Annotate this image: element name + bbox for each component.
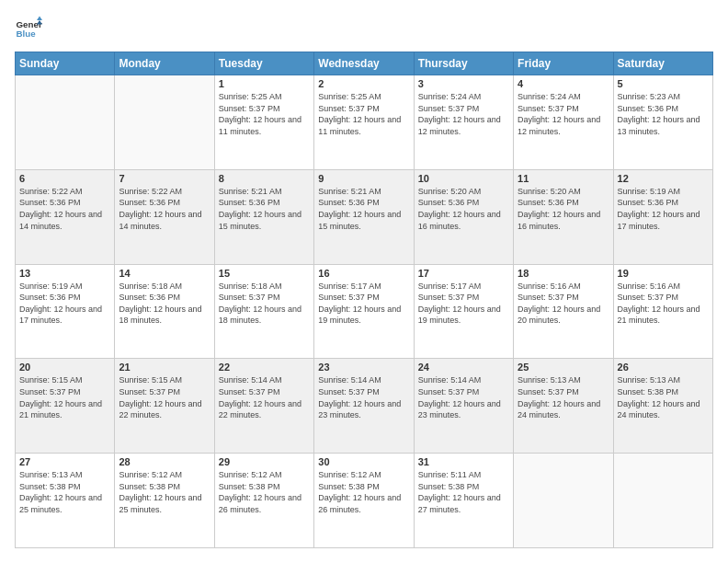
table-row: [514, 454, 613, 548]
cell-info: Sunrise: 5:17 AM Sunset: 5:37 PM Dayligh…: [318, 281, 409, 327]
col-header-tuesday: Tuesday: [214, 52, 313, 75]
cell-info: Sunrise: 5:14 AM Sunset: 5:37 PM Dayligh…: [418, 374, 509, 420]
cell-info: Sunrise: 5:19 AM Sunset: 5:36 PM Dayligh…: [618, 186, 709, 232]
cell-date-number: 20: [19, 362, 110, 373]
table-row: 19Sunrise: 5:16 AM Sunset: 5:37 PM Dayli…: [613, 264, 712, 359]
cell-date-number: 4: [518, 78, 609, 89]
svg-marker-2: [37, 17, 42, 21]
cell-info: Sunrise: 5:15 AM Sunset: 5:37 PM Dayligh…: [19, 374, 110, 420]
cell-info: Sunrise: 5:20 AM Sunset: 5:36 PM Dayligh…: [418, 186, 509, 232]
cell-info: Sunrise: 5:13 AM Sunset: 5:38 PM Dayligh…: [19, 469, 110, 515]
table-row: [613, 454, 712, 548]
table-row: 10Sunrise: 5:20 AM Sunset: 5:36 PM Dayli…: [414, 169, 513, 264]
col-header-wednesday: Wednesday: [314, 52, 414, 75]
logo-icon: General Blue: [15, 15, 42, 42]
table-row: 7Sunrise: 5:22 AM Sunset: 5:36 PM Daylig…: [115, 169, 214, 264]
cell-date-number: 5: [618, 78, 709, 89]
table-row: [16, 75, 115, 170]
table-row: 4Sunrise: 5:24 AM Sunset: 5:37 PM Daylig…: [514, 75, 613, 170]
cell-date-number: 3: [418, 78, 509, 89]
cell-info: Sunrise: 5:21 AM Sunset: 5:36 PM Dayligh…: [219, 186, 310, 232]
cell-date-number: 9: [318, 173, 409, 184]
cell-info: Sunrise: 5:18 AM Sunset: 5:36 PM Dayligh…: [119, 281, 210, 327]
table-row: 16Sunrise: 5:17 AM Sunset: 5:37 PM Dayli…: [314, 264, 414, 359]
table-row: 22Sunrise: 5:14 AM Sunset: 5:37 PM Dayli…: [214, 359, 313, 454]
cell-info: Sunrise: 5:14 AM Sunset: 5:37 PM Dayligh…: [219, 374, 310, 420]
cell-date-number: 8: [219, 173, 310, 184]
table-row: 11Sunrise: 5:20 AM Sunset: 5:36 PM Dayli…: [514, 169, 613, 264]
table-row: 27Sunrise: 5:13 AM Sunset: 5:38 PM Dayli…: [16, 454, 115, 548]
cell-info: Sunrise: 5:16 AM Sunset: 5:37 PM Dayligh…: [518, 281, 609, 327]
table-row: 30Sunrise: 5:12 AM Sunset: 5:38 PM Dayli…: [314, 454, 414, 548]
cell-date-number: 25: [518, 362, 609, 373]
cell-date-number: 7: [119, 173, 210, 184]
col-header-friday: Friday: [514, 52, 613, 75]
table-row: 2Sunrise: 5:25 AM Sunset: 5:37 PM Daylig…: [314, 75, 414, 170]
cell-date-number: 21: [119, 362, 210, 373]
table-row: 23Sunrise: 5:14 AM Sunset: 5:37 PM Dayli…: [314, 359, 414, 454]
cell-date-number: 15: [219, 268, 310, 279]
col-header-saturday: Saturday: [613, 52, 712, 75]
cell-info: Sunrise: 5:25 AM Sunset: 5:37 PM Dayligh…: [219, 91, 310, 137]
cell-date-number: 2: [318, 78, 409, 89]
cell-date-number: 14: [119, 268, 210, 279]
cell-info: Sunrise: 5:12 AM Sunset: 5:38 PM Dayligh…: [119, 469, 210, 515]
calendar-table: SundayMondayTuesdayWednesdayThursdayFrid…: [15, 52, 713, 548]
table-row: 31Sunrise: 5:11 AM Sunset: 5:38 PM Dayli…: [414, 454, 513, 548]
cell-info: Sunrise: 5:25 AM Sunset: 5:37 PM Dayligh…: [318, 91, 409, 137]
cell-info: Sunrise: 5:24 AM Sunset: 5:37 PM Dayligh…: [418, 91, 509, 137]
cell-info: Sunrise: 5:13 AM Sunset: 5:37 PM Dayligh…: [518, 374, 609, 420]
cell-info: Sunrise: 5:15 AM Sunset: 5:37 PM Dayligh…: [119, 374, 210, 420]
table-row: 5Sunrise: 5:23 AM Sunset: 5:36 PM Daylig…: [613, 75, 712, 170]
cell-date-number: 29: [219, 456, 310, 467]
cell-info: Sunrise: 5:13 AM Sunset: 5:38 PM Dayligh…: [618, 374, 709, 420]
cell-info: Sunrise: 5:20 AM Sunset: 5:36 PM Dayligh…: [518, 186, 609, 232]
cell-date-number: 23: [318, 362, 409, 373]
cell-date-number: 12: [618, 173, 709, 184]
table-row: 20Sunrise: 5:15 AM Sunset: 5:37 PM Dayli…: [16, 359, 115, 454]
cell-date-number: 24: [418, 362, 509, 373]
header: General Blue: [15, 15, 713, 42]
cell-info: Sunrise: 5:12 AM Sunset: 5:38 PM Dayligh…: [318, 469, 409, 515]
table-row: 12Sunrise: 5:19 AM Sunset: 5:36 PM Dayli…: [613, 169, 712, 264]
table-row: 26Sunrise: 5:13 AM Sunset: 5:38 PM Dayli…: [613, 359, 712, 454]
cell-date-number: 19: [618, 268, 709, 279]
table-row: 3Sunrise: 5:24 AM Sunset: 5:37 PM Daylig…: [414, 75, 513, 170]
cell-info: Sunrise: 5:17 AM Sunset: 5:37 PM Dayligh…: [418, 281, 509, 327]
cell-info: Sunrise: 5:22 AM Sunset: 5:36 PM Dayligh…: [119, 186, 210, 232]
table-row: 25Sunrise: 5:13 AM Sunset: 5:37 PM Dayli…: [514, 359, 613, 454]
table-row: 8Sunrise: 5:21 AM Sunset: 5:36 PM Daylig…: [214, 169, 313, 264]
cell-date-number: 6: [19, 173, 110, 184]
table-row: 9Sunrise: 5:21 AM Sunset: 5:36 PM Daylig…: [314, 169, 414, 264]
cell-date-number: 17: [418, 268, 509, 279]
cell-date-number: 1: [219, 78, 310, 89]
cell-info: Sunrise: 5:22 AM Sunset: 5:36 PM Dayligh…: [19, 186, 110, 232]
table-row: 17Sunrise: 5:17 AM Sunset: 5:37 PM Dayli…: [414, 264, 513, 359]
table-row: 1Sunrise: 5:25 AM Sunset: 5:37 PM Daylig…: [214, 75, 313, 170]
table-row: 15Sunrise: 5:18 AM Sunset: 5:37 PM Dayli…: [214, 264, 313, 359]
table-row: [115, 75, 214, 170]
col-header-thursday: Thursday: [414, 52, 513, 75]
cell-date-number: 22: [219, 362, 310, 373]
cell-info: Sunrise: 5:14 AM Sunset: 5:37 PM Dayligh…: [318, 374, 409, 420]
cell-info: Sunrise: 5:19 AM Sunset: 5:36 PM Dayligh…: [19, 281, 110, 327]
cell-date-number: 16: [318, 268, 409, 279]
logo: General Blue: [15, 15, 46, 42]
table-row: 14Sunrise: 5:18 AM Sunset: 5:36 PM Dayli…: [115, 264, 214, 359]
cell-date-number: 26: [618, 362, 709, 373]
table-row: 28Sunrise: 5:12 AM Sunset: 5:38 PM Dayli…: [115, 454, 214, 548]
table-row: 6Sunrise: 5:22 AM Sunset: 5:36 PM Daylig…: [16, 169, 115, 264]
table-row: 21Sunrise: 5:15 AM Sunset: 5:37 PM Dayli…: [115, 359, 214, 454]
cell-info: Sunrise: 5:21 AM Sunset: 5:36 PM Dayligh…: [318, 186, 409, 232]
cell-info: Sunrise: 5:24 AM Sunset: 5:37 PM Dayligh…: [518, 91, 609, 137]
cell-info: Sunrise: 5:16 AM Sunset: 5:37 PM Dayligh…: [618, 281, 709, 327]
table-row: 29Sunrise: 5:12 AM Sunset: 5:38 PM Dayli…: [214, 454, 313, 548]
cell-date-number: 13: [19, 268, 110, 279]
cell-info: Sunrise: 5:11 AM Sunset: 5:38 PM Dayligh…: [418, 469, 509, 515]
cell-date-number: 28: [119, 456, 210, 467]
col-header-sunday: Sunday: [16, 52, 115, 75]
cell-info: Sunrise: 5:12 AM Sunset: 5:38 PM Dayligh…: [219, 469, 310, 515]
cell-date-number: 31: [418, 456, 509, 467]
table-row: 13Sunrise: 5:19 AM Sunset: 5:36 PM Dayli…: [16, 264, 115, 359]
cell-date-number: 10: [418, 173, 509, 184]
